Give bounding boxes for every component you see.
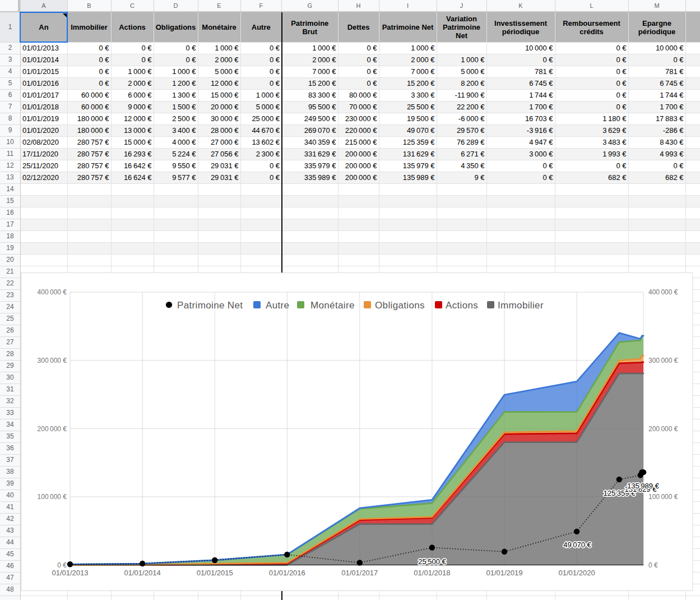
svg-text:01/01/2018: 01/01/2018 bbox=[414, 569, 450, 577]
svg-text:01/01/2015: 01/01/2015 bbox=[197, 569, 233, 577]
svg-text:Actions: Actions bbox=[446, 300, 478, 311]
svg-text:0 €: 0 € bbox=[648, 561, 658, 569]
svg-text:Patrimoine Net: Patrimoine Net bbox=[177, 300, 243, 311]
svg-text:400 000 €: 400 000 € bbox=[38, 288, 67, 296]
svg-text:49 070 €: 49 070 € bbox=[563, 541, 591, 549]
svg-text:Immobilier: Immobilier bbox=[498, 300, 544, 311]
svg-text:300 000 €: 300 000 € bbox=[38, 357, 67, 364]
svg-text:01/01/2017: 01/01/2017 bbox=[341, 569, 378, 577]
svg-text:300 000 €: 300 000 € bbox=[648, 357, 678, 364]
svg-text:Obligations: Obligations bbox=[375, 300, 425, 311]
svg-text:01/01/2014: 01/01/2014 bbox=[124, 569, 161, 577]
svg-text:01/01/2013: 01/01/2013 bbox=[52, 569, 88, 577]
svg-text:01/01/2019: 01/01/2019 bbox=[486, 569, 522, 577]
svg-text:25 500 €: 25 500 € bbox=[418, 557, 446, 566]
svg-text:100 000 €: 100 000 € bbox=[38, 493, 67, 501]
svg-text:01/01/2020: 01/01/2020 bbox=[559, 569, 595, 577]
svg-text:200 000 €: 200 000 € bbox=[648, 425, 678, 433]
svg-text:100 000 €: 100 000 € bbox=[648, 493, 678, 501]
svg-text:400 000 €: 400 000 € bbox=[648, 288, 678, 296]
svg-text:Monétaire: Monétaire bbox=[310, 300, 355, 311]
svg-text:01/01/2016: 01/01/2016 bbox=[269, 569, 305, 577]
svg-text:135 989 €: 135 989 € bbox=[627, 482, 660, 490]
svg-text:200 000 €: 200 000 € bbox=[38, 425, 67, 433]
svg-text:Autre: Autre bbox=[266, 300, 289, 311]
